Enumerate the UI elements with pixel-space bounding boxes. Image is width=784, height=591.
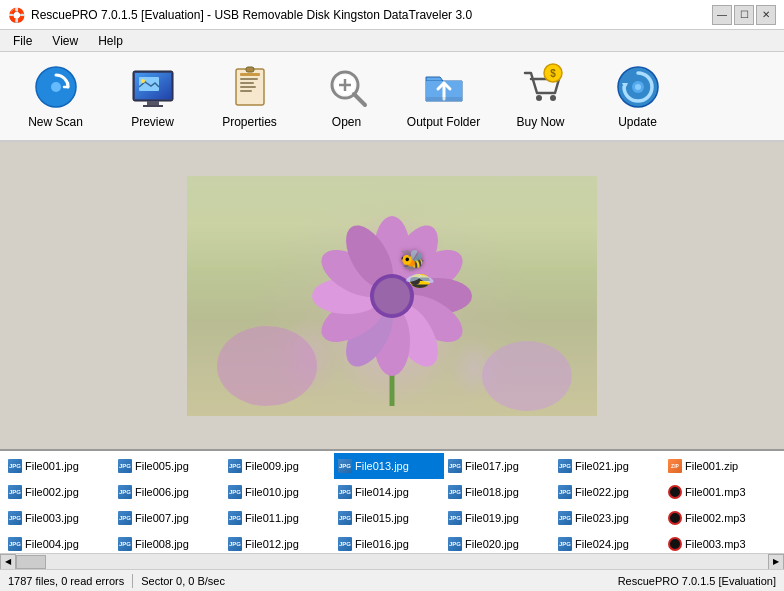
svg-point-49 xyxy=(374,278,410,314)
file-item[interactable]: JPGFile007.jpg xyxy=(114,505,224,531)
svg-text:$: $ xyxy=(550,68,556,79)
file-item[interactable]: JPGFile003.jpg xyxy=(4,505,114,531)
new-scan-label: New Scan xyxy=(28,115,83,129)
scroll-track[interactable] xyxy=(16,554,768,570)
file-type-icon: JPG xyxy=(8,485,22,499)
file-name: File014.jpg xyxy=(355,486,409,498)
file-list-area: JPGFile001.jpgJPGFile005.jpgJPGFile009.j… xyxy=(0,449,784,569)
file-name: File003.jpg xyxy=(25,512,79,524)
file-item[interactable]: JPGFile002.jpg xyxy=(4,479,114,505)
file-item[interactable]: JPGFile019.jpg xyxy=(444,505,554,531)
update-label: Update xyxy=(618,115,657,129)
maximize-button[interactable]: ☐ xyxy=(734,5,754,25)
svg-rect-32 xyxy=(187,176,597,416)
title-controls: — ☐ ✕ xyxy=(712,5,776,25)
file-type-icon: JPG xyxy=(558,511,572,525)
svg-point-24 xyxy=(550,95,556,101)
output-folder-icon xyxy=(420,63,468,111)
svg-rect-14 xyxy=(240,90,252,92)
svg-point-34 xyxy=(482,341,572,411)
file-item[interactable]: JPGFile017.jpg xyxy=(444,453,554,479)
file-type-icon: JPG xyxy=(228,459,242,473)
file-item[interactable]: JPGFile009.jpg xyxy=(224,453,334,479)
file-type-icon: JPG xyxy=(8,459,22,473)
file-type-icon: JPG xyxy=(228,537,242,551)
svg-rect-12 xyxy=(240,82,254,84)
svg-point-36 xyxy=(374,216,410,286)
file-type-icon: JPG xyxy=(8,511,22,525)
file-name: File002.jpg xyxy=(25,486,79,498)
preview-button[interactable]: Preview xyxy=(105,56,200,136)
file-name: File002.mp3 xyxy=(685,512,746,524)
file-item[interactable]: File003.mp3 xyxy=(664,531,774,553)
file-item[interactable]: JPGFile016.jpg xyxy=(334,531,444,553)
file-item[interactable]: JPGFile006.jpg xyxy=(114,479,224,505)
file-item[interactable]: JPGFile010.jpg xyxy=(224,479,334,505)
file-type-icon: JPG xyxy=(338,485,352,499)
menu-help[interactable]: Help xyxy=(89,31,132,51)
scroll-right-button[interactable]: ▶ xyxy=(768,554,784,570)
file-type-icon: ZIP xyxy=(668,459,682,473)
svg-rect-31 xyxy=(187,176,597,416)
file-type-icon xyxy=(668,485,682,499)
properties-button[interactable]: Properties xyxy=(202,56,297,136)
file-item[interactable]: JPGFile011.jpg xyxy=(224,505,334,531)
file-item[interactable]: JPGFile001.jpg xyxy=(4,453,114,479)
new-scan-button[interactable]: New Scan xyxy=(8,56,103,136)
preview-image xyxy=(187,176,597,416)
file-item[interactable]: JPGFile014.jpg xyxy=(334,479,444,505)
file-type-icon: JPG xyxy=(448,511,462,525)
minimize-button[interactable]: — xyxy=(712,5,732,25)
svg-point-48 xyxy=(370,274,414,318)
file-item[interactable]: File002.mp3 xyxy=(664,505,774,531)
file-item[interactable]: JPGFile012.jpg xyxy=(224,531,334,553)
svg-point-45 xyxy=(312,278,382,314)
scroll-thumb[interactable] xyxy=(16,555,46,569)
file-name: File019.jpg xyxy=(465,512,519,524)
file-item[interactable]: JPGFile022.jpg xyxy=(554,479,664,505)
file-item[interactable]: JPGFile021.jpg xyxy=(554,453,664,479)
close-button[interactable]: ✕ xyxy=(756,5,776,25)
svg-point-33 xyxy=(217,326,317,406)
svg-point-1 xyxy=(51,82,61,92)
file-item[interactable]: JPGFile023.jpg xyxy=(554,505,664,531)
file-name: File008.jpg xyxy=(135,538,189,550)
file-item[interactable]: JPGFile020.jpg xyxy=(444,531,554,553)
file-item[interactable]: JPGFile024.jpg xyxy=(554,531,664,553)
file-name: File003.mp3 xyxy=(685,538,746,550)
title-left: 🛟 RescuePRO 7.0.1.5 [Evaluation] - USB R… xyxy=(8,7,472,23)
update-button[interactable]: Update xyxy=(590,56,685,136)
window-title: RescuePRO 7.0.1.5 [Evaluation] - USB Rem… xyxy=(31,8,472,22)
file-name: File001.zip xyxy=(685,460,738,472)
menu-file[interactable]: File xyxy=(4,31,41,51)
file-item[interactable]: JPGFile005.jpg xyxy=(114,453,224,479)
file-name: File010.jpg xyxy=(245,486,299,498)
output-folder-button[interactable]: Output Folder xyxy=(396,56,491,136)
file-name: File006.jpg xyxy=(135,486,189,498)
svg-point-47 xyxy=(336,217,402,296)
file-item[interactable]: JPGFile018.jpg xyxy=(444,479,554,505)
file-item[interactable]: JPGFile013.jpg xyxy=(334,453,444,479)
file-name: File012.jpg xyxy=(245,538,299,550)
svg-point-30 xyxy=(635,84,641,90)
file-item[interactable]: File001.mp3 xyxy=(664,479,774,505)
svg-point-39 xyxy=(402,278,472,314)
file-type-icon: JPG xyxy=(448,537,462,551)
file-item[interactable]: JPGFile004.jpg xyxy=(4,531,114,553)
svg-point-37 xyxy=(381,217,447,296)
scroll-left-button[interactable]: ◀ xyxy=(0,554,16,570)
menu-view[interactable]: View xyxy=(43,31,87,51)
svg-rect-5 xyxy=(147,101,159,105)
file-type-icon: JPG xyxy=(338,537,352,551)
file-name: File005.jpg xyxy=(135,460,189,472)
file-name: File011.jpg xyxy=(245,512,299,524)
buy-now-button[interactable]: $ Buy Now xyxy=(493,56,588,136)
file-type-icon xyxy=(668,537,682,551)
file-name: File021.jpg xyxy=(575,460,629,472)
open-button[interactable]: Open xyxy=(299,56,394,136)
file-item[interactable]: ZIPFile001.zip xyxy=(664,453,774,479)
status-bar: 1787 files, 0 read errors Sector 0, 0 B/… xyxy=(0,569,784,591)
file-item[interactable]: JPGFile015.jpg xyxy=(334,505,444,531)
file-item[interactable]: JPGFile008.jpg xyxy=(114,531,224,553)
open-icon xyxy=(323,63,371,111)
